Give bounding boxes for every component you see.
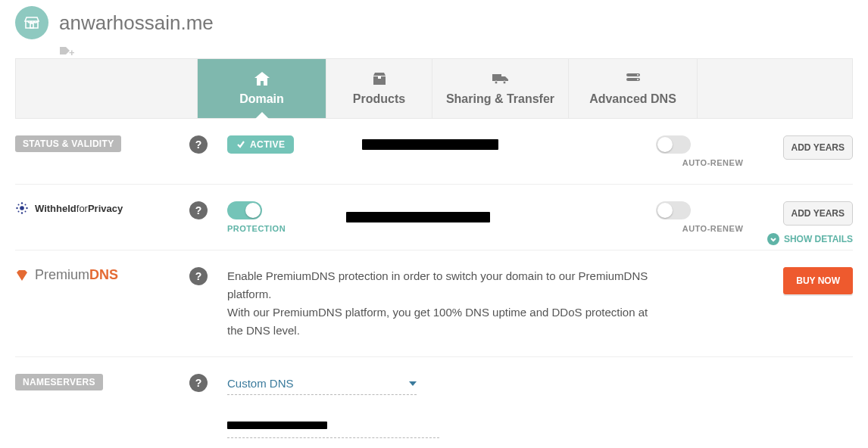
- house-icon: [254, 72, 270, 86]
- stack-icon: [625, 72, 642, 86]
- nameservers-select-value: Custom DNS: [227, 377, 294, 390]
- section-withheld: WithheldforPrivacy ? PROTECTION AUTO-REN…: [15, 185, 853, 250]
- add-years-button[interactable]: ADD YEARS: [783, 135, 853, 160]
- svg-rect-0: [30, 23, 33, 28]
- section-nameservers: NAMESERVERS ? Custom DNS + ADD NAMESERVE…: [15, 357, 853, 448]
- show-details-button[interactable]: SHOW DETAILS: [767, 233, 853, 245]
- tab-sharing-label: Sharing & Transfer: [432, 92, 568, 106]
- svg-point-11: [21, 203, 23, 204]
- withheld-text-suffix: Privacy: [88, 203, 123, 214]
- chevron-down-icon: [767, 233, 779, 245]
- svg-point-5: [503, 81, 506, 84]
- help-icon[interactable]: ?: [189, 201, 208, 219]
- withheld-brand: WithheldforPrivacy: [15, 201, 123, 215]
- buy-now-button[interactable]: BUY NOW: [783, 267, 853, 294]
- caret-down-icon: [409, 381, 417, 386]
- svg-point-16: [25, 204, 27, 206]
- tab-domain[interactable]: Domain: [198, 59, 326, 118]
- svg-point-14: [26, 207, 27, 209]
- status-validity-label: STATUS & VALIDITY: [15, 135, 121, 152]
- section-status: STATUS & VALIDITY ? ACTIVE AUTO-RENEW AD…: [15, 119, 853, 185]
- nameserver-input-2[interactable]: [227, 444, 439, 448]
- withheld-icon: [15, 201, 29, 215]
- store-avatar-icon: [15, 6, 48, 39]
- svg-point-13: [16, 207, 17, 209]
- auto-renew-label: AUTO-RENEW: [656, 158, 770, 167]
- tab-dashboard-blank[interactable]: [16, 59, 198, 118]
- tab-products-label: Products: [326, 92, 432, 106]
- withheld-text-prefix: Withheld: [35, 203, 76, 214]
- svg-rect-2: [378, 76, 381, 79]
- premiumdns-desc-line1: Enable PremiumDNS protection in order to…: [227, 267, 656, 303]
- auto-renew-toggle[interactable]: [656, 135, 691, 154]
- tab-sharing[interactable]: Sharing & Transfer: [432, 59, 569, 118]
- tab-domain-label: Domain: [198, 92, 326, 106]
- protection-label: PROTECTION: [227, 224, 286, 233]
- redacted-ns1: [227, 422, 327, 429]
- tab-advdns[interactable]: Advanced DNS: [569, 59, 698, 118]
- section-premiumdns: PremiumDNS ? Enable PremiumDNS protectio…: [15, 250, 853, 357]
- help-icon[interactable]: ?: [189, 374, 208, 392]
- truck-icon: [492, 72, 510, 86]
- tab-products[interactable]: Products: [326, 59, 432, 118]
- nameservers-label: NAMESERVERS: [15, 374, 103, 390]
- withheld-text-mid: for: [76, 203, 88, 214]
- tab-advdns-label: Advanced DNS: [569, 92, 697, 106]
- auto-renew-label: AUTO-RENEW: [656, 224, 770, 233]
- tabs: Domain Products Sharing & Transfer Advan…: [15, 58, 853, 119]
- diamond-icon: [15, 269, 29, 282]
- check-icon: [236, 140, 245, 149]
- auto-renew-toggle[interactable]: [656, 201, 691, 219]
- redacted-dates: [362, 139, 498, 150]
- nameserver-input-1[interactable]: [227, 418, 439, 438]
- help-icon[interactable]: ?: [189, 267, 208, 285]
- redacted-dates: [346, 212, 490, 222]
- premiumdns-text-prefix: Premium: [35, 267, 89, 282]
- nameservers-select[interactable]: Custom DNS: [227, 374, 417, 395]
- add-years-button[interactable]: ADD YEARS: [783, 201, 853, 226]
- active-badge: ACTIVE: [227, 135, 294, 154]
- svg-point-15: [18, 204, 20, 206]
- show-details-label: SHOW DETAILS: [784, 234, 853, 244]
- premiumdns-desc-line2: With our PremiumDNS platform, you get 10…: [227, 303, 656, 340]
- svg-text:+: +: [69, 47, 74, 58]
- svg-point-18: [25, 211, 27, 213]
- svg-point-12: [21, 213, 23, 214]
- svg-point-9: [637, 79, 639, 80]
- help-icon[interactable]: ?: [189, 135, 208, 154]
- svg-point-17: [18, 211, 20, 213]
- tag-add-icon[interactable]: +: [59, 45, 853, 58]
- svg-point-10: [20, 206, 24, 210]
- domain-title: anwarhossain.me: [59, 11, 214, 35]
- protection-toggle[interactable]: [227, 201, 262, 219]
- svg-point-4: [495, 81, 498, 84]
- svg-point-8: [637, 74, 639, 76]
- svg-rect-3: [492, 74, 501, 81]
- active-badge-text: ACTIVE: [250, 139, 285, 150]
- box-icon: [372, 72, 387, 86]
- premiumdns-brand: PremiumDNS: [15, 267, 118, 283]
- premiumdns-text-suffix: DNS: [89, 267, 118, 282]
